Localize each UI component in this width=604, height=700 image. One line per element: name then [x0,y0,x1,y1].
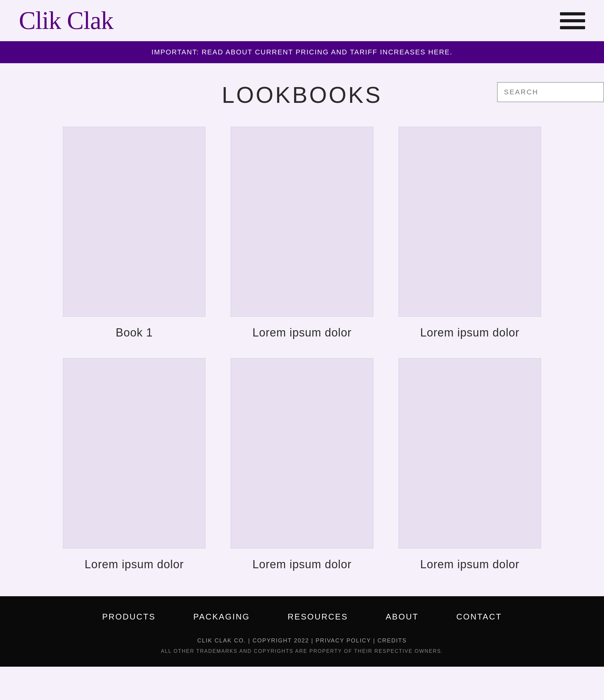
search-input[interactable] [497,82,604,102]
list-item[interactable]: Lorem ipsum dolor [231,127,373,339]
books-grid: Book 1Lorem ipsum dolorLorem ipsum dolor… [0,114,604,596]
footer-nav-item[interactable]: PACKAGING [193,612,250,622]
hamburger-line-3 [560,26,585,29]
list-item[interactable]: Lorem ipsum dolor [63,358,206,571]
book-thumbnail [398,358,541,548]
footer-nav-item[interactable]: PRODUCTS [102,612,156,622]
book-title: Lorem ipsum dolor [420,558,520,571]
list-item[interactable]: Lorem ipsum dolor [231,358,373,571]
hamburger-line-1 [560,12,585,16]
footer-trademark: ALL OTHER TRADEMARKS AND COPYRIGHTS ARE … [19,648,585,654]
list-item[interactable]: Lorem ipsum dolor [398,127,541,339]
footer-copyright: CLIK CLAK CO. | COPYRIGHT 2022 | PRIVACY… [19,638,585,644]
book-thumbnail [231,358,373,548]
footer: PRODUCTSPACKAGINGRESOURCESABOUTCONTACT C… [0,596,604,667]
footer-nav-item[interactable]: CONTACT [456,612,502,622]
banner-text: IMPORTANT: READ ABOUT CURRENT PRICING AN… [152,48,453,56]
hamburger-line-2 [560,19,585,22]
footer-nav-item[interactable]: ABOUT [386,612,419,622]
book-thumbnail [63,358,206,548]
footer-nav: PRODUCTSPACKAGINGRESOURCESABOUTCONTACT [19,612,585,622]
list-item[interactable]: Book 1 [63,127,206,339]
book-title: Lorem ipsum dolor [252,558,352,571]
header: Clik Clak [0,0,604,41]
footer-bottom: CLIK CLAK CO. | COPYRIGHT 2022 | PRIVACY… [19,638,585,654]
logo[interactable]: Clik Clak [19,6,113,35]
footer-nav-item[interactable]: RESOURCES [288,612,348,622]
book-title: Lorem ipsum dolor [84,558,184,571]
announcement-banner[interactable]: IMPORTANT: READ ABOUT CURRENT PRICING AN… [0,41,604,63]
page-title-area: LOOKBOOKS [0,63,604,114]
book-thumbnail [231,127,373,317]
book-title: Lorem ipsum dolor [252,326,352,339]
book-title: Book 1 [116,326,153,339]
book-title: Lorem ipsum dolor [420,326,520,339]
hamburger-icon[interactable] [560,10,585,32]
list-item[interactable]: Lorem ipsum dolor [398,358,541,571]
book-thumbnail [63,127,206,317]
book-thumbnail [398,127,541,317]
